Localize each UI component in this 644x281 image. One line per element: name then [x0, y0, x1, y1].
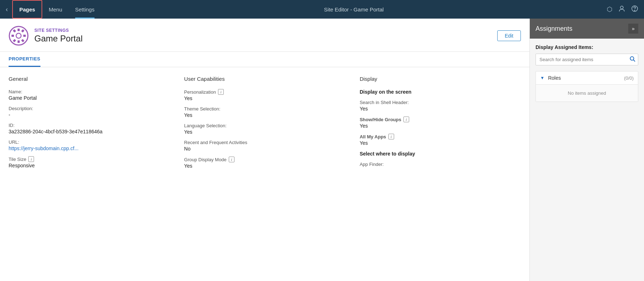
edit-button[interactable]: Edit — [497, 30, 521, 41]
roles-section: ▼ Roles (0/0) No items assigned — [536, 71, 638, 102]
properties-content: General Name: Game Portal Description: -… — [0, 67, 529, 182]
personalization-value: Yes — [184, 95, 345, 101]
svg-point-13 — [630, 56, 634, 60]
site-info: SITE SETTINGS Game Portal — [34, 28, 497, 44]
show-hide-groups-row: Show/Hide Groups i — [360, 117, 521, 122]
description-value: - — [9, 112, 170, 118]
group-display-row: Group Display Mode i — [184, 157, 345, 162]
site-icon — [9, 26, 29, 46]
id-value: 3a232886-204c-4bcf-b539-3e47e118646a — [9, 129, 170, 134]
select-where-label: Select where to display — [360, 151, 521, 157]
back-button[interactable]: ‹ — [6, 6, 8, 13]
tab-menu[interactable]: Menu — [42, 0, 69, 19]
svg-point-4 — [16, 33, 21, 38]
properties-tab-bar: PROPERTIES — [0, 52, 529, 67]
main-layout: SITE SETTINGS Game Portal Edit PROPERTIE… — [0, 19, 644, 281]
assigned-items-search-input[interactable] — [536, 54, 638, 65]
user-icon[interactable] — [618, 5, 625, 14]
name-value: Game Portal — [9, 95, 170, 101]
recent-frequent-label: Recent and Frequent Activities — [184, 140, 345, 145]
site-header: SITE SETTINGS Game Portal Edit — [0, 19, 529, 52]
display-title: Display — [360, 76, 521, 82]
user-capabilities-title: User Capabilities — [184, 76, 345, 82]
all-my-apps-label: All My Apps — [360, 134, 386, 139]
app-finder-label: App Finder: — [360, 162, 521, 167]
group-display-label: Group Display Mode — [184, 157, 227, 162]
language-selection-value: Yes — [184, 129, 345, 135]
tab-settings[interactable]: Settings — [69, 0, 101, 19]
display-assigned-label: Display Assigned Items: — [536, 44, 638, 50]
show-hide-groups-info-icon[interactable]: i — [403, 117, 409, 122]
group-display-info-icon[interactable]: i — [229, 157, 234, 162]
assignments-collapse-button[interactable]: » — [628, 24, 638, 34]
roles-chevron-icon: ▼ — [540, 75, 544, 80]
name-label: Name: — [9, 89, 170, 94]
help-icon[interactable] — [631, 5, 638, 14]
svg-line-14 — [634, 60, 635, 61]
assignments-title: Assignments — [536, 25, 572, 33]
no-items-text: No items assigned — [540, 90, 634, 96]
properties-tab[interactable]: PROPERTIES — [9, 52, 40, 67]
display-on-screen-label: Display on the screen — [360, 89, 521, 95]
language-selection-label: Language Selection: — [184, 123, 345, 128]
all-my-apps-row: All My Apps i — [360, 134, 521, 139]
theme-selection-value: Yes — [184, 112, 345, 118]
display-column: Display Display on the screen Search in … — [360, 76, 521, 174]
show-hide-groups-label: Show/Hide Groups — [360, 117, 401, 122]
content-area: SITE SETTINGS Game Portal Edit PROPERTIE… — [0, 19, 529, 281]
assignments-body: Display Assigned Items: ▼ Roles (0/0) — [530, 39, 644, 281]
group-display-value: Yes — [184, 163, 345, 169]
svg-rect-12 — [13, 39, 16, 42]
export-icon[interactable]: ⬡ — [607, 5, 612, 13]
roles-body: No items assigned — [536, 85, 638, 102]
show-hide-groups-value: Yes — [360, 123, 521, 129]
site-title: Game Portal — [34, 34, 497, 44]
svg-rect-7 — [23, 35, 26, 37]
general-column: General Name: Game Portal Description: -… — [9, 76, 170, 174]
search-button[interactable] — [630, 56, 635, 63]
assignments-header: Assignments » — [530, 19, 644, 39]
description-label: Description: — [9, 106, 170, 111]
svg-rect-5 — [18, 29, 20, 31]
site-settings-label: SITE SETTINGS — [34, 28, 497, 33]
id-label: ID: — [9, 123, 170, 128]
svg-rect-8 — [11, 35, 14, 37]
roles-count: (0/0) — [624, 75, 634, 81]
svg-rect-6 — [18, 40, 20, 43]
nav-icons: ⬡ — [607, 5, 638, 14]
tile-size-info-icon[interactable]: i — [28, 156, 34, 162]
tile-size-row: Tile Size i — [9, 156, 170, 162]
search-in-shell-label: Search in Shell Header: — [360, 100, 521, 105]
svg-rect-11 — [21, 39, 24, 42]
tab-pages[interactable]: Pages — [12, 0, 42, 19]
tile-size-value: Responsive — [9, 163, 170, 168]
search-container — [536, 54, 638, 65]
svg-rect-9 — [21, 29, 24, 33]
theme-selection-label: Theme Selection: — [184, 106, 345, 112]
search-in-shell-value: Yes — [360, 106, 521, 112]
url-value[interactable]: https://jerry-subdomain.cpp.cf... — [9, 146, 170, 151]
assignments-panel: Assignments » Display Assigned Items: ▼ … — [529, 19, 644, 281]
top-nav: ‹ Pages Menu Settings Site Editor - Game… — [0, 0, 644, 19]
nav-title: Site Editor - Game Portal — [101, 6, 607, 13]
svg-point-0 — [620, 6, 623, 9]
all-my-apps-value: Yes — [360, 140, 521, 146]
personalization-row: Personalization i — [184, 89, 345, 95]
svg-point-2 — [634, 10, 635, 11]
personalization-info-icon[interactable]: i — [218, 89, 224, 95]
roles-label: Roles — [548, 75, 624, 81]
recent-frequent-value: No — [184, 146, 345, 152]
url-label: URL: — [9, 139, 170, 145]
all-my-apps-info-icon[interactable]: i — [388, 134, 394, 139]
general-title: General — [9, 76, 170, 82]
personalization-label: Personalization — [184, 89, 216, 95]
tile-size-label: Tile Size — [9, 157, 26, 162]
user-capabilities-column: User Capabilities Personalization i Yes … — [184, 76, 345, 174]
svg-rect-10 — [13, 29, 16, 33]
roles-header[interactable]: ▼ Roles (0/0) — [536, 72, 638, 85]
